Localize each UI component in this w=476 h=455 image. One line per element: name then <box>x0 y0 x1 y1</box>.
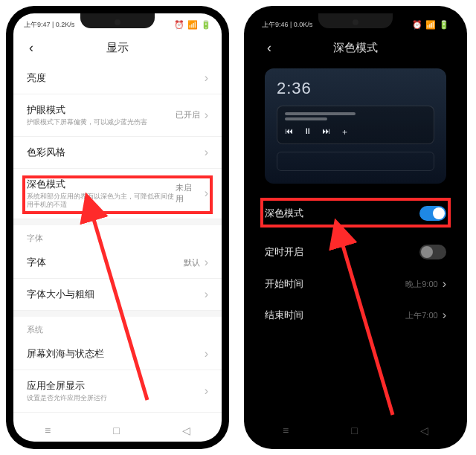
row-dark-mode-toggle[interactable]: 深色模式 <box>251 197 460 230</box>
divider <box>13 219 222 225</box>
chevron-right-icon <box>205 256 208 269</box>
nav-bar: ≡ □ ◁ <box>13 419 222 442</box>
chevron-right-icon <box>205 384 208 398</box>
row-brightness[interactable]: 亮度 <box>13 62 222 94</box>
row-end-time[interactable]: 结束时间 上午7:00 <box>251 300 460 331</box>
nav-home[interactable]: □ <box>113 425 119 436</box>
row-start-time[interactable]: 开始时间 晚上9:00 <box>251 268 460 300</box>
row-color-style[interactable]: 色彩风格 <box>13 137 222 169</box>
section-label-font: 字体 <box>13 225 222 247</box>
row-font[interactable]: 字体 默认 <box>13 247 222 279</box>
section-label-system: 系统 <box>13 317 222 338</box>
status-left: 上午9:47 | 0.2K/s <box>24 20 74 30</box>
page-title: 深色模式 <box>333 41 378 55</box>
status-left: 上午9:46 | 0.0K/s <box>262 20 312 30</box>
value-text: 默认 <box>184 257 200 268</box>
next-icon: ⏭ <box>322 126 330 138</box>
page-title: 显示 <box>106 41 129 55</box>
chevron-right-icon <box>205 288 208 301</box>
chevron-right-icon <box>205 71 208 85</box>
nav-back[interactable]: ◁ <box>420 425 428 436</box>
row-eyecare[interactable]: 护眼模式 护眼模式下屏幕偏黄，可以减少蓝光伤害 已开启 <box>13 94 222 137</box>
preview-bar <box>277 152 434 171</box>
chevron-right-icon <box>205 347 208 361</box>
chevron-right-icon <box>443 277 446 291</box>
value-text: 上午7:00 <box>405 310 437 321</box>
play-icon: ⏸ <box>303 126 312 138</box>
value-text: 晚上9:00 <box>405 279 437 290</box>
plus-icon: ＋ <box>341 126 349 138</box>
dark-mode-toggle[interactable] <box>419 206 446 221</box>
wifi-icon: 📶 <box>187 20 198 30</box>
back-button[interactable]: ‹ <box>260 39 278 57</box>
nav-home[interactable]: □ <box>351 425 357 436</box>
notch <box>80 13 155 28</box>
chevron-right-icon <box>205 146 208 159</box>
alarm-icon: ⏰ <box>174 20 184 30</box>
chevron-right-icon <box>205 109 208 122</box>
battery-icon: 🔋 <box>439 20 449 30</box>
preview-time: 2:36 <box>277 79 434 98</box>
header: ‹ 显示 <box>13 33 222 62</box>
notch <box>318 13 393 28</box>
row-fullscreen-apps[interactable]: 应用全屏显示 设置是否允许应用全屏运行 <box>13 370 222 413</box>
nav-bar: ≡ □ ◁ <box>251 419 460 442</box>
row-notch-statusbar[interactable]: 屏幕刘海与状态栏 <box>13 338 222 370</box>
row-schedule-toggle[interactable]: 定时开启 <box>251 236 460 268</box>
divider <box>251 230 460 236</box>
header: ‹ 深色模式 <box>251 33 460 62</box>
nav-back[interactable]: ◁ <box>182 425 190 436</box>
back-button[interactable]: ‹ <box>22 39 40 57</box>
preview-card: 2:36 ⏮ ⏸ ⏭ ＋ <box>265 68 446 184</box>
row-font-size[interactable]: 字体大小与粗细 <box>13 279 222 311</box>
prev-icon: ⏮ <box>285 126 293 138</box>
battery-icon: 🔋 <box>201 20 211 30</box>
value-text: 未启用 <box>176 182 200 204</box>
wifi-icon: 📶 <box>425 20 436 30</box>
schedule-toggle[interactable] <box>419 245 446 259</box>
divider <box>13 311 222 317</box>
nav-recent[interactable]: ≡ <box>45 425 51 436</box>
chevron-right-icon <box>205 187 208 200</box>
alarm-icon: ⏰ <box>412 20 422 30</box>
row-dark-mode[interactable]: 深色模式 系统和部分应用的界面以深色为主，可降低夜间使用手机的不适 未启用 <box>13 169 222 219</box>
preview-music-widget: ⏮ ⏸ ⏭ ＋ <box>277 106 434 144</box>
nav-recent[interactable]: ≡ <box>283 425 289 436</box>
chevron-right-icon <box>443 309 446 322</box>
value-text: 已开启 <box>176 109 200 120</box>
